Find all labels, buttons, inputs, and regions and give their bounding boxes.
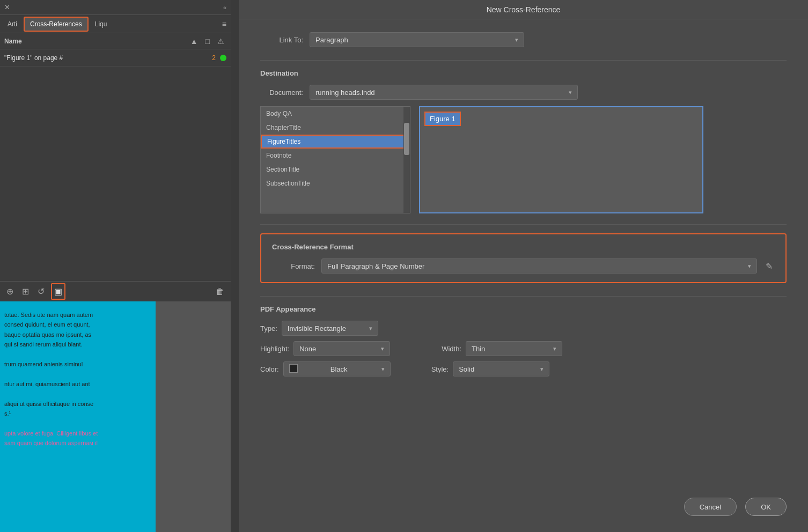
style-item-section-title[interactable]: SectionTitle (261, 162, 410, 176)
highlight-item: Highlight: None ▾ (260, 341, 390, 356)
doc-line-12 (4, 419, 226, 427)
relink-icon[interactable]: ↺ (35, 284, 47, 299)
dest-paragraphs-box[interactable]: Figure 1 (419, 106, 703, 213)
ok-button[interactable]: OK (745, 498, 787, 516)
type-item: Type: Invisible Rectangle ▾ (260, 321, 378, 336)
collapse-icon[interactable]: « (223, 4, 226, 11)
import-icon[interactable]: ⊞ (20, 284, 31, 299)
document-label: Document: (260, 88, 303, 97)
format-icon[interactable]: ▣ (51, 283, 65, 300)
pdf-appearance-title: PDF Appearance (260, 305, 787, 313)
type-select[interactable]: Invisible Rectangle ▾ (282, 321, 378, 336)
document-preview: totae. Sedis ute nam quam autem consed q… (0, 301, 231, 532)
style-item-chapter-title[interactable]: ChapterTitle (261, 121, 410, 135)
style-item-footnote[interactable]: Footnote (261, 149, 410, 162)
type-value: Invisible Rectangle (288, 324, 346, 332)
pdf-highlight-width-row: Highlight: None ▾ Width: Thin ▾ (260, 341, 787, 356)
list-scrollbar[interactable] (403, 107, 410, 213)
doc-line-9 (4, 390, 226, 398)
link-to-row: Link To: Paragraph ▾ (260, 32, 787, 47)
style-item-body-qa[interactable]: Body QA (261, 107, 410, 121)
close-icon[interactable]: ✕ (4, 3, 10, 11)
format-select[interactable]: Full Paragraph & Page Number ▾ (321, 258, 757, 274)
tab-liquid[interactable]: Liqu (90, 17, 113, 32)
style-item: Style: Solid ▾ (431, 361, 550, 376)
scrollbar-thumb (404, 123, 409, 155)
panel-tabs: Arti Cross-References Liqu ≡ (0, 15, 231, 33)
pdf-appearance-section: PDF Appearance Type: Invisible Rectangle… (260, 305, 787, 376)
link-to-label: Link To: (260, 36, 303, 44)
list-item[interactable]: "Figure 1" on page # 2 (0, 49, 231, 66)
link-to-chevron: ▾ (515, 36, 518, 43)
doc-line-6: trum quamend anienis siminul (4, 360, 226, 368)
highlight-select[interactable]: None ▾ (293, 341, 390, 356)
destination-section: Destination Document: running heads.indd… (260, 69, 787, 213)
width-item: Width: Thin ▾ (442, 341, 562, 356)
panel-menu-icon[interactable]: ≡ (220, 18, 229, 31)
panel-header-icons: ▲ □ ⚠ (188, 36, 226, 47)
color-value: Black (330, 365, 348, 373)
paragraph-styles-list[interactable]: Body QA ChapterTitle FigureTitles Footno… (260, 106, 410, 213)
link-to-select[interactable]: Paragraph ▾ (310, 32, 524, 47)
item-name: "Figure 1" on page # (4, 54, 212, 62)
color-swatch (289, 364, 301, 374)
panel-toolbar: ⊕ ⊞ ↺ ▣ 🗑 (0, 281, 231, 301)
status-dot (220, 55, 226, 61)
type-chevron: ▾ (369, 325, 372, 332)
cancel-button[interactable]: Cancel (684, 498, 737, 516)
doc-line-10: aliqui ut quissi officitaque in conse (4, 400, 226, 408)
panel-top-bar: ✕ « (0, 0, 231, 15)
sort-icon[interactable]: ▲ (188, 36, 200, 47)
doc-line-13: upta volore et fuga. Cilligent libus et (4, 430, 226, 438)
dest-lists-row: Body QA ChapterTitle FigureTitles Footno… (260, 106, 787, 213)
panel-header-row: Name ▲ □ ⚠ (0, 33, 231, 49)
style-select[interactable]: Solid ▾ (453, 361, 549, 376)
destination-title: Destination (260, 69, 787, 77)
selected-paragraph[interactable]: Figure 1 (424, 112, 461, 126)
width-label: Width: (442, 345, 461, 353)
tab-articles[interactable]: Arti (2, 17, 23, 32)
xref-format-section: Cross-Reference Format Format: Full Para… (260, 233, 787, 283)
highlight-value: None (299, 345, 316, 353)
doc-line-8: ntur aut mi, quiamuscient aut ant (4, 380, 226, 388)
width-chevron: ▾ (553, 345, 556, 352)
width-value: Thin (472, 345, 485, 353)
panel-header-name: Name (4, 38, 188, 45)
document-select[interactable]: running heads.indd ▾ (310, 85, 578, 100)
doc-line-5 (4, 351, 226, 359)
dialog-body: Link To: Paragraph ▾ Destination Documen… (239, 19, 808, 402)
add-icon[interactable]: ⊕ (4, 284, 16, 299)
doc-line-1: totae. Sedis ute nam quam autem (4, 311, 226, 319)
style-chevron: ▾ (540, 366, 543, 373)
color-select[interactable]: Black ▾ (283, 361, 391, 376)
paragraph-styles-container: Body QA ChapterTitle FigureTitles Footno… (260, 106, 410, 213)
dialog-title-bar: New Cross-Reference (239, 0, 808, 19)
format-value: Full Paragraph & Page Number (327, 262, 424, 270)
new-cross-reference-dialog: New Cross-Reference Link To: Paragraph ▾… (239, 0, 808, 532)
delete-icon[interactable]: 🗑 (214, 285, 226, 299)
new-item-icon[interactable]: □ (203, 36, 212, 47)
document-value: running heads.indd (315, 88, 375, 97)
dialog-footer: Cancel OK (684, 498, 787, 516)
document-row: Document: running heads.indd ▾ (260, 85, 787, 100)
type-label: Type: (260, 324, 277, 332)
divider-1 (260, 60, 787, 61)
left-panel: ✕ « Arti Cross-References Liqu ≡ Name ▲ … (0, 0, 231, 532)
divider-2 (260, 224, 787, 225)
item-number: 2 (212, 54, 216, 62)
style-label: Style: (431, 365, 449, 373)
color-label: Color: (260, 365, 279, 373)
doc-line-11: s.¹ (4, 410, 226, 418)
width-select[interactable]: Thin ▾ (466, 341, 562, 356)
warning-icon[interactable]: ⚠ (215, 36, 226, 47)
style-item-figure-titles[interactable]: FigureTitles (261, 135, 410, 149)
tab-cross-references[interactable]: Cross-References (24, 17, 89, 32)
divider-3 (260, 296, 787, 297)
style-item-subsection-title[interactable]: SubsectionTitle (261, 176, 410, 190)
edit-format-icon[interactable]: ✎ (763, 259, 775, 274)
doc-line-4: qui si sandi rerum aliqui blant. (4, 341, 226, 349)
pdf-color-style-row: Color: Black ▾ Style: Solid ▾ (260, 361, 787, 376)
style-value: Solid (459, 365, 474, 373)
doc-line-3: baque optatia quas mo ipsunt, as (4, 331, 226, 339)
document-chevron: ▾ (569, 89, 572, 96)
